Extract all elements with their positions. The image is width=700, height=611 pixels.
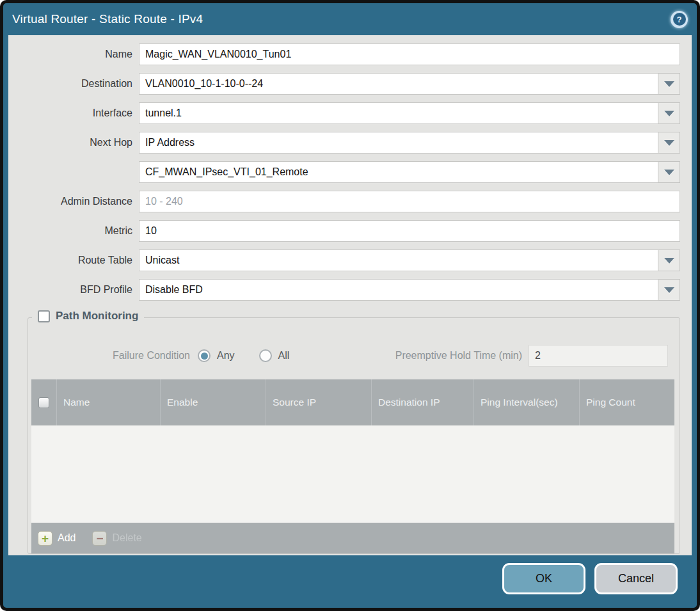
chevron-down-icon bbox=[664, 170, 674, 175]
failure-condition-row: Failure Condition Any All Preemptive Hol… bbox=[31, 345, 668, 367]
select-all-checkbox[interactable] bbox=[38, 397, 49, 408]
radio-selected-icon bbox=[198, 349, 211, 362]
column-header-enable: Enable bbox=[161, 379, 266, 425]
chevron-down-icon bbox=[664, 258, 674, 264]
dialog-titlebar: Virtual Router - Static Route - IPv4 ? bbox=[3, 3, 697, 35]
bfd-profile-label: BFD Profile bbox=[17, 284, 139, 296]
preemptive-hold-time-input[interactable] bbox=[529, 345, 668, 367]
interface-input[interactable] bbox=[139, 102, 658, 124]
dialog-footer: OK Cancel bbox=[3, 555, 697, 608]
question-mark-icon: ? bbox=[673, 13, 686, 26]
route-table-dropdown-button[interactable] bbox=[658, 250, 680, 271]
preemptive-hold-time-label: Preemptive Hold Time (min) bbox=[395, 350, 529, 361]
path-monitoring-table-toolbar: + Add − Delete bbox=[31, 523, 674, 553]
interface-label: Interface bbox=[17, 107, 139, 119]
destination-input[interactable] bbox=[139, 73, 658, 95]
metric-row: Metric bbox=[17, 220, 680, 242]
chevron-down-icon bbox=[664, 287, 674, 293]
failure-condition-label: Failure Condition bbox=[31, 350, 198, 361]
interface-dropdown-button[interactable] bbox=[658, 102, 680, 124]
ok-button[interactable]: OK bbox=[502, 563, 585, 594]
next-hop-type-dropdown-button[interactable] bbox=[658, 132, 680, 154]
delete-button-label: Delete bbox=[112, 532, 141, 544]
dialog-content: Name Destination Interface bbox=[8, 35, 692, 555]
next-hop-address-dropdown-button[interactable] bbox=[658, 161, 680, 183]
route-table-input[interactable] bbox=[139, 250, 658, 271]
metric-label: Metric bbox=[17, 225, 139, 237]
admin-distance-input[interactable] bbox=[139, 191, 680, 212]
path-monitoring-legend: Path Monitoring bbox=[32, 310, 144, 322]
destination-row: Destination bbox=[17, 73, 680, 95]
cancel-button[interactable]: Cancel bbox=[594, 563, 678, 594]
column-header-name: Name bbox=[57, 379, 161, 425]
bfd-profile-input[interactable] bbox=[139, 279, 658, 301]
failure-condition-any-label: Any bbox=[217, 350, 235, 361]
name-input[interactable] bbox=[139, 44, 680, 65]
metric-input[interactable] bbox=[139, 220, 680, 242]
help-button[interactable]: ? bbox=[671, 11, 688, 28]
next-hop-address-row bbox=[17, 161, 680, 183]
route-table-row: Route Table bbox=[17, 250, 680, 271]
plus-icon: + bbox=[38, 531, 52, 546]
name-row: Name bbox=[17, 44, 680, 65]
destination-dropdown-button[interactable] bbox=[658, 73, 680, 95]
chevron-down-icon bbox=[664, 111, 674, 116]
failure-condition-any-radio[interactable]: Any bbox=[198, 349, 235, 362]
next-hop-address-input[interactable] bbox=[139, 161, 658, 183]
bfd-profile-row: BFD Profile bbox=[17, 279, 680, 301]
column-header-source-ip: Source IP bbox=[266, 379, 372, 425]
path-monitoring-table-header: Name Enable Source IP Destination IP Pin… bbox=[31, 379, 674, 425]
add-button[interactable]: + Add bbox=[38, 531, 76, 546]
destination-label: Destination bbox=[17, 78, 139, 90]
route-table-label: Route Table bbox=[17, 255, 139, 266]
failure-condition-all-label: All bbox=[278, 350, 290, 361]
path-monitoring-table: Name Enable Source IP Destination IP Pin… bbox=[31, 379, 674, 553]
chevron-down-icon bbox=[664, 81, 674, 87]
radio-unselected-icon bbox=[259, 349, 272, 362]
chevron-down-icon bbox=[664, 140, 674, 146]
next-hop-row: Next Hop bbox=[17, 132, 680, 154]
interface-row: Interface bbox=[17, 102, 680, 124]
admin-distance-row: Admin Distance bbox=[17, 191, 680, 212]
next-hop-label: Next Hop bbox=[17, 137, 139, 148]
column-header-ping-count: Ping Count bbox=[580, 379, 674, 425]
column-header-ping-interval: Ping Interval(sec) bbox=[474, 379, 580, 425]
minus-icon: − bbox=[92, 531, 107, 546]
delete-button[interactable]: − Delete bbox=[92, 531, 141, 546]
add-button-label: Add bbox=[58, 532, 76, 544]
path-monitoring-title: Path Monitoring bbox=[56, 310, 138, 322]
screenshot-frame: Virtual Router - Static Route - IPv4 ? N… bbox=[0, 0, 700, 611]
path-monitoring-checkbox[interactable] bbox=[38, 310, 50, 322]
bfd-profile-dropdown-button[interactable] bbox=[658, 279, 680, 301]
next-hop-type-input[interactable] bbox=[139, 132, 658, 154]
static-route-dialog: Virtual Router - Static Route - IPv4 ? N… bbox=[3, 3, 697, 608]
select-all-column-header bbox=[31, 379, 57, 425]
dialog-title: Virtual Router - Static Route - IPv4 bbox=[12, 12, 203, 26]
name-label: Name bbox=[17, 49, 139, 60]
path-monitoring-group: Path Monitoring Failure Condition Any Al… bbox=[28, 317, 680, 554]
column-header-destination-ip: Destination IP bbox=[372, 379, 474, 425]
admin-distance-label: Admin Distance bbox=[17, 196, 139, 207]
path-monitoring-table-body bbox=[31, 425, 674, 523]
failure-condition-all-radio[interactable]: All bbox=[259, 349, 290, 362]
